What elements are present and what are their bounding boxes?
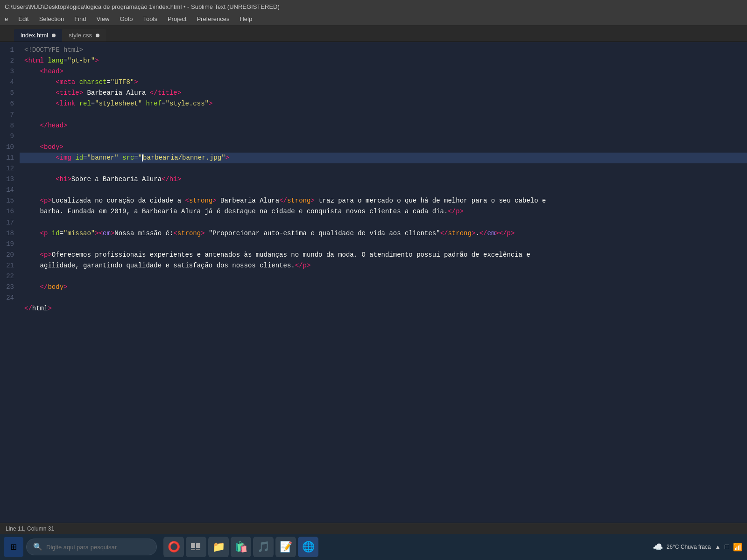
code-line-18: <p id = "missao" >< em > Nossa missão é:… bbox=[20, 228, 747, 239]
code-token: <!DOCTYPE html> bbox=[24, 45, 83, 56]
menu-item-tools[interactable]: Tools bbox=[139, 14, 162, 23]
code-token: id bbox=[75, 153, 83, 163]
code-token: "style.css" bbox=[166, 98, 209, 109]
code-line-16: barba. Fundada em 2019, a Barbearia Alur… bbox=[20, 206, 747, 217]
code-token: </ bbox=[40, 282, 48, 293]
code-token: id bbox=[52, 228, 60, 239]
menu-item-preferences[interactable]: Preferences bbox=[192, 14, 234, 23]
taskbar-app-music[interactable]: 🎵 bbox=[253, 537, 274, 557]
menu-item-edit[interactable]: Edit bbox=[14, 14, 33, 23]
code-token: </title> bbox=[150, 88, 181, 98]
code-token bbox=[24, 228, 40, 239]
start-button[interactable]: ⊞ bbox=[4, 537, 23, 557]
code-token: </p> bbox=[448, 206, 464, 217]
editor-area: 1 2 3 4 5 6 7 8 9 10 11 12 13 14 15 16 1… bbox=[0, 42, 747, 523]
code-token: = bbox=[60, 228, 63, 239]
code-token: Nossa missão é: bbox=[114, 228, 173, 239]
code-token: > bbox=[134, 77, 138, 88]
code-token: strong bbox=[177, 228, 201, 239]
code-line-21: agilidade, garantindo qualidade e satisf… bbox=[20, 260, 747, 271]
code-line-13: <h1> Sobre a Barbearia Alura </h1> bbox=[20, 174, 747, 185]
svg-rect-2 bbox=[191, 549, 195, 550]
code-line-26 bbox=[20, 314, 747, 325]
line-num: 23 bbox=[4, 282, 14, 293]
line-num: 17 bbox=[4, 217, 14, 228]
code-token: rel bbox=[79, 98, 91, 109]
taskbar-app-taskview[interactable] bbox=[186, 537, 206, 557]
code-line-7 bbox=[20, 110, 747, 120]
code-token: strong bbox=[448, 228, 471, 239]
menu-item-goto[interactable]: Goto bbox=[115, 14, 137, 23]
tab-style-css[interactable]: style.css bbox=[62, 29, 106, 42]
code-line-12 bbox=[20, 163, 747, 174]
code-token: body bbox=[48, 282, 63, 293]
code-line-9 bbox=[20, 131, 747, 142]
code-token: "UTF8" bbox=[111, 77, 134, 88]
line-num: 16 bbox=[4, 206, 14, 217]
code-token: < bbox=[173, 228, 177, 239]
code-token: Sobre a Barbearia Alura bbox=[71, 174, 162, 185]
code-content[interactable]: <!DOCTYPE html> <html lang = "pt-br" > <… bbox=[20, 42, 747, 523]
code-token: "banner" bbox=[87, 153, 118, 163]
code-token: < bbox=[185, 196, 189, 206]
tray-wifi-icon[interactable]: 📶 bbox=[733, 543, 742, 552]
code-token: <body> bbox=[40, 142, 63, 153]
tab-label-index: index.html bbox=[21, 32, 48, 39]
menu-item-help[interactable]: Help bbox=[235, 14, 257, 23]
code-token bbox=[24, 88, 56, 98]
menu-item-project[interactable]: Project bbox=[163, 14, 191, 23]
taskbar-app-explorer[interactable]: 📁 bbox=[208, 537, 229, 557]
code-token: Localizada no coração da cidade a bbox=[52, 196, 185, 206]
code-token: <p> bbox=[40, 250, 52, 260]
taskbar-search-box[interactable]: 🔍 bbox=[26, 539, 157, 555]
code-token bbox=[24, 196, 40, 206]
code-token bbox=[75, 98, 79, 109]
line-num: 18 bbox=[4, 228, 14, 239]
code-token: > bbox=[472, 228, 475, 239]
code-token: </p> bbox=[295, 260, 311, 271]
code-token bbox=[48, 228, 51, 239]
taskbar-app-cortana[interactable]: ⭕ bbox=[163, 537, 184, 557]
tab-dot-index bbox=[52, 34, 56, 37]
search-input[interactable] bbox=[46, 544, 150, 551]
code-token: > bbox=[95, 56, 99, 66]
line-num: 22 bbox=[4, 271, 14, 282]
code-line-17 bbox=[20, 217, 747, 228]
line-num: 2 bbox=[4, 56, 14, 66]
tab-dot-style bbox=[96, 34, 99, 37]
line-num: 3 bbox=[4, 66, 14, 77]
code-token: </head> bbox=[40, 120, 68, 131]
taskbar: ⊞ 🔍 ⭕ 📁 🛍️ 🎵 📝 🌐 ☁️ 26°C Chuva fraca ▲ □… bbox=[0, 534, 747, 560]
menu-item-e[interactable]: e bbox=[0, 14, 13, 23]
code-token: <img bbox=[56, 153, 71, 163]
code-token bbox=[24, 174, 56, 185]
tray-display-icon[interactable]: □ bbox=[725, 543, 729, 551]
code-token bbox=[24, 153, 56, 163]
code-line-6: <link rel = "stylesheet" href = "style.c… bbox=[20, 98, 747, 109]
weather-icon: ☁️ bbox=[653, 542, 663, 552]
menu-item-view[interactable]: View bbox=[92, 14, 114, 23]
taskbar-app-icons: ⭕ 📁 🛍️ 🎵 📝 🌐 bbox=[163, 537, 318, 557]
menu-item-find[interactable]: Find bbox=[70, 14, 91, 23]
code-token: = bbox=[91, 98, 95, 109]
search-icon: 🔍 bbox=[33, 542, 42, 552]
code-token: = bbox=[63, 56, 67, 66]
taskbar-app-notepad[interactable]: 📝 bbox=[275, 537, 296, 557]
code-token: </ bbox=[479, 228, 487, 239]
line-num: 11 bbox=[4, 153, 14, 163]
menu-item-selection[interactable]: Selection bbox=[35, 14, 69, 23]
tray-up-arrow[interactable]: ▲ bbox=[714, 543, 721, 551]
line-num: 15 bbox=[4, 196, 14, 206]
code-token: <p> bbox=[40, 196, 52, 206]
code-token: "pt-br" bbox=[67, 56, 95, 66]
menu-bar: e Edit Selection Find View Goto Tools Pr… bbox=[0, 13, 747, 25]
tab-index-html[interactable]: index.html bbox=[14, 29, 62, 42]
code-token: charset bbox=[79, 77, 107, 88]
code-token: src bbox=[122, 153, 134, 163]
code-line-4: <meta charset = "UTF8" > bbox=[20, 77, 747, 88]
code-token: = bbox=[83, 153, 87, 163]
code-token bbox=[24, 77, 56, 88]
taskbar-app-store[interactable]: 🛍️ bbox=[231, 537, 251, 557]
code-line-23: </ body > bbox=[20, 282, 747, 293]
taskbar-app-chrome[interactable]: 🌐 bbox=[298, 537, 318, 557]
